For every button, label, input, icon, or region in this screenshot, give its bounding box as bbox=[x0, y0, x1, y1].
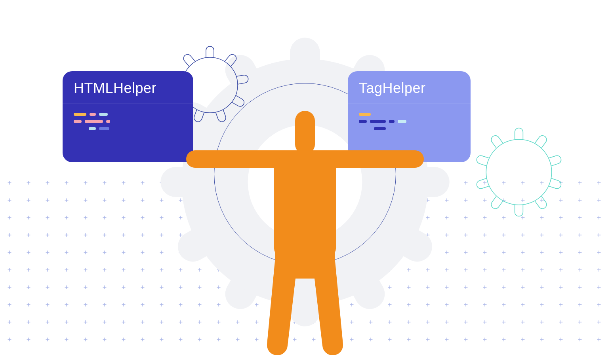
accessibility-person-icon bbox=[186, 111, 424, 360]
code-segment bbox=[85, 120, 103, 123]
card-htmlhelper-title: HTMLHelper bbox=[74, 80, 182, 97]
code-line bbox=[74, 120, 182, 123]
card-htmlhelper: HTMLHelper bbox=[63, 71, 193, 162]
code-line bbox=[74, 127, 182, 130]
code-segment bbox=[89, 127, 96, 130]
code-segment bbox=[74, 120, 82, 123]
code-line bbox=[74, 113, 182, 116]
gear-outline-teal-icon bbox=[473, 127, 564, 218]
code-segment bbox=[74, 113, 86, 116]
diagram-canvas: HTMLHelper TagHelper bbox=[0, 0, 610, 364]
card-taghelper-title: TagHelper bbox=[359, 80, 459, 97]
svg-point-4 bbox=[486, 139, 552, 205]
svg-rect-5 bbox=[295, 111, 315, 154]
code-segment bbox=[90, 113, 96, 116]
code-segment bbox=[74, 127, 86, 130]
card-divider bbox=[63, 104, 193, 104]
code-segment bbox=[99, 113, 108, 116]
code-segment bbox=[106, 120, 110, 123]
code-snippet-left bbox=[74, 113, 182, 130]
code-segment bbox=[99, 127, 109, 130]
card-divider bbox=[348, 104, 471, 104]
